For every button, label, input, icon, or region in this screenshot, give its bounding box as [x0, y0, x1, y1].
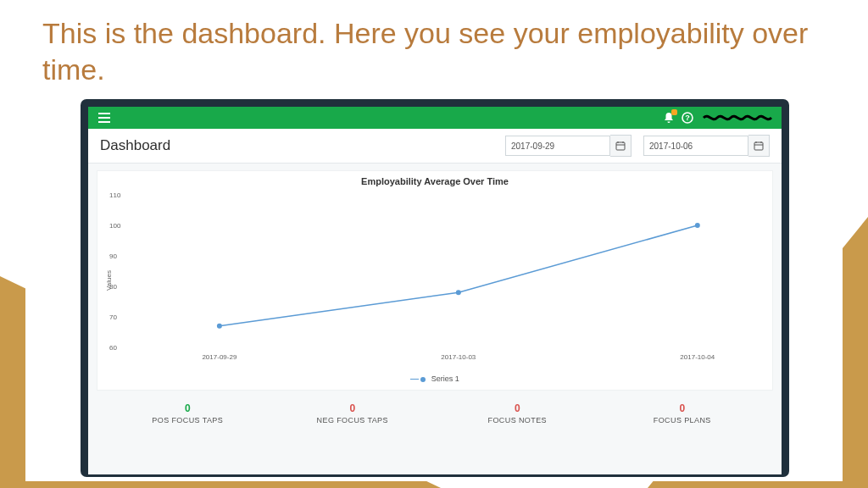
date-from-calendar-icon[interactable] — [610, 135, 632, 157]
counter-label: POS FOCUS TAPS — [105, 416, 270, 424]
chart-xtick: 2017-10-03 — [441, 353, 476, 361]
page-title: Dashboard — [100, 137, 170, 154]
date-to-calendar-icon[interactable] — [748, 135, 770, 157]
help-icon[interactable]: ? — [678, 108, 697, 127]
hamburger-menu-icon[interactable] — [95, 108, 114, 127]
notifications-bell-icon[interactable] — [659, 108, 678, 127]
panel-header: Dashboard 2017-09-29 2017-10-06 — [88, 129, 782, 164]
svg-point-5 — [456, 290, 461, 295]
chart-legend: Series 1 — [97, 374, 772, 383]
counter-value: 0 — [105, 402, 270, 414]
chart-ytick: 100 — [109, 222, 120, 230]
counter-neg-focus-taps[interactable]: 0 NEG FOCUS TAPS — [270, 402, 436, 424]
date-to-group: 2017-10-06 — [643, 135, 770, 157]
counter-focus-notes[interactable]: 0 FOCUS NOTES — [435, 402, 600, 424]
slide-stage: This is the dashboard. Here you see your… — [0, 0, 868, 488]
app-topbar: ? — [88, 107, 782, 129]
counter-value: 0 — [270, 402, 436, 414]
counter-focus-plans[interactable]: 0 FOCUS PLANS — [600, 402, 765, 424]
svg-point-6 — [695, 223, 700, 228]
chart-ytick: 90 — [109, 252, 117, 260]
svg-point-4 — [217, 324, 222, 329]
counter-value: 0 — [435, 402, 600, 414]
app-frame: ? Dashboard 2017-09-29 2017-10-06 — [83, 102, 787, 474]
chart-plot-area: 607080901001102017-09-292017-10-032017-1… — [131, 195, 760, 347]
chart-ytick: 60 — [109, 344, 117, 352]
counter-label: NEG FOCUS TAPS — [270, 416, 436, 424]
chart-ytick: 80 — [109, 283, 117, 291]
svg-rect-2 — [616, 142, 625, 150]
date-from-group: 2017-09-29 — [505, 135, 632, 157]
slide-headline: This is the dashboard. Here you see your… — [42, 15, 817, 87]
chart-title: Employability Average Over Time — [97, 171, 772, 186]
svg-rect-3 — [754, 142, 763, 150]
counter-value: 0 — [600, 402, 765, 414]
counter-label: FOCUS NOTES — [435, 416, 600, 424]
employability-chart: Employability Average Over Time Values 6… — [97, 170, 773, 391]
user-name-redacted[interactable] — [702, 112, 775, 124]
counter-label: FOCUS PLANS — [600, 416, 765, 424]
counter-pos-focus-taps[interactable]: 0 POS FOCUS TAPS — [105, 402, 270, 424]
date-to-input[interactable]: 2017-10-06 — [643, 136, 748, 156]
legend-series-label: Series 1 — [431, 374, 459, 383]
chart-ytick: 110 — [109, 191, 120, 199]
date-from-input[interactable]: 2017-09-29 — [505, 136, 610, 156]
counters-row: 0 POS FOCUS TAPS 0 NEG FOCUS TAPS 0 FOCU… — [88, 391, 782, 424]
app-inner: ? Dashboard 2017-09-29 2017-10-06 — [88, 107, 782, 474]
chart-xtick: 2017-10-04 — [680, 353, 715, 361]
chart-ytick: 70 — [109, 313, 117, 321]
chart-xtick: 2017-09-29 — [202, 353, 236, 361]
svg-text:?: ? — [685, 114, 690, 122]
